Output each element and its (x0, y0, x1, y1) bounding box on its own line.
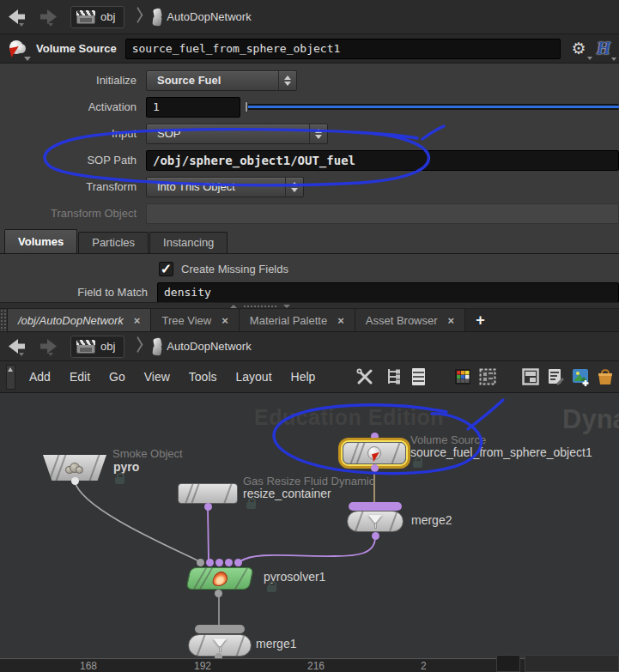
forward-arrow-icon[interactable] (36, 7, 58, 27)
create-missing-fields-row: ✓ Create Missing Fields (0, 257, 619, 281)
splitter-collapse-down-icon[interactable] (283, 305, 290, 308)
create-missing-fields-checkbox[interactable]: ✓ (159, 262, 173, 276)
node-pyrosolver1[interactable] (185, 567, 254, 590)
breadcrumb-bar-params: obj AutoDopNetwork (0, 0, 619, 34)
obj-clapperboard-icon (76, 340, 95, 354)
pane-grip-icon[interactable] (0, 309, 8, 331)
pane-stow-handle[interactable] (6, 365, 15, 390)
slider-handle[interactable] (245, 101, 248, 112)
pane-tab-tree-view[interactable]: Tree View × (151, 309, 239, 331)
input-port[interactable] (225, 559, 233, 566)
output-port[interactable] (71, 477, 79, 485)
splitter-grip-icon[interactable] (243, 305, 277, 308)
menu-go[interactable]: Go (100, 370, 135, 384)
pyrosolver-flame-icon (211, 571, 228, 587)
tab-particles[interactable]: Particles (78, 232, 149, 253)
menu-tools[interactable]: Tools (179, 370, 227, 384)
breadcrumb-obj[interactable]: obj (70, 336, 124, 358)
node-name-label[interactable]: resize_container (243, 487, 331, 500)
close-tab-icon[interactable]: × (134, 314, 141, 327)
playbar-button[interactable] (496, 655, 520, 672)
dropdown-spinner-icon[interactable] (285, 178, 303, 197)
param-row-initialize: Initialize Source Fuel (0, 67, 619, 94)
menu-edit[interactable]: Edit (60, 370, 100, 384)
grid-options-icon[interactable] (478, 366, 497, 387)
tab-instancing[interactable]: Instancing (149, 232, 228, 253)
initialize-dropdown[interactable]: Source Fuel (146, 70, 297, 91)
dopnetwork-icon (152, 9, 163, 26)
image-add-icon[interactable] (571, 366, 590, 387)
volume-source-node-icon[interactable] (7, 38, 29, 60)
output-port[interactable] (204, 503, 212, 511)
transform-label: Transform (0, 180, 146, 193)
close-tab-icon[interactable]: × (222, 314, 228, 327)
gear-icon[interactable]: ⚙ (567, 39, 590, 58)
ruler-tick: 2 (421, 660, 427, 672)
input-port[interactable] (371, 433, 379, 440)
dynamics-watermark: Dyna (562, 404, 619, 435)
dropdown-spinner-icon[interactable] (278, 71, 296, 90)
close-tab-icon[interactable]: × (337, 314, 344, 327)
output-port[interactable] (215, 590, 222, 597)
back-arrow-icon[interactable] (7, 336, 29, 357)
dropdown-spinner-icon[interactable] (309, 124, 327, 143)
input-port[interactable] (197, 559, 204, 566)
volume-source-icon (367, 446, 382, 461)
input-port[interactable] (215, 559, 223, 566)
activation-field[interactable]: 1 (146, 97, 240, 118)
input-port[interactable] (234, 559, 242, 566)
pane-tab-asset-browser[interactable]: Asset Browser × (355, 309, 465, 331)
create-missing-fields-label: Create Missing Fields (181, 263, 288, 275)
node-volume-source[interactable] (343, 442, 406, 464)
volumes-tab-content: ✓ Create Missing Fields Field to Match d… (0, 253, 619, 302)
tab-volumes[interactable]: Volumes (4, 229, 77, 253)
param-row-activation: Activation 1 (0, 94, 619, 120)
output-port[interactable] (372, 532, 379, 540)
splitter-collapse-up-icon[interactable] (230, 305, 237, 308)
activation-slider[interactable] (245, 97, 619, 118)
forward-arrow-icon[interactable] (36, 336, 58, 357)
list-view-icon[interactable] (410, 366, 428, 387)
pane-splitter[interactable] (0, 302, 619, 309)
node-name-field[interactable]: source_fuel_from_sphere_object1 (125, 39, 561, 59)
edit-document-icon[interactable] (546, 366, 565, 387)
field-to-match-field[interactable]: density (157, 282, 619, 303)
sop-path-field[interactable]: /obj/sphere_object1/OUT_fuel (146, 150, 619, 171)
node-merge2[interactable] (347, 511, 404, 532)
node-name-label[interactable]: pyro (113, 460, 139, 474)
tools-wrench-icon[interactable] (355, 366, 374, 387)
new-tab-button[interactable]: + (465, 309, 495, 331)
param-row-transform: Transform Into This Object (0, 173, 619, 200)
basket-icon[interactable] (596, 366, 615, 387)
pane-tab-network[interactable]: /obj/AutoDopNetwork × (8, 309, 151, 331)
houdini-help-icon[interactable]: H (593, 38, 614, 59)
houdini-window: obj AutoDopNetwork Volume Source source_… (0, 0, 619, 672)
node-name-label[interactable]: source_fuel_from_sphere_object1 (410, 445, 592, 459)
merge1-input-bar[interactable] (195, 625, 245, 633)
node-resize-container[interactable] (178, 483, 238, 504)
merge2-input-bar[interactable] (349, 502, 402, 511)
playbar-frame-field[interactable] (525, 655, 619, 672)
network-editor[interactable]: Education Edition Dyna Smoke Object pyro… (0, 393, 619, 658)
breadcrumb-obj[interactable]: obj (70, 6, 124, 28)
node-name-label[interactable]: merge2 (411, 513, 452, 527)
input-dropdown[interactable]: SOP (146, 124, 328, 144)
menu-layout[interactable]: Layout (227, 370, 282, 384)
param-tab-bar: Volumes Particles Instancing (0, 229, 619, 253)
back-arrow-icon[interactable] (7, 7, 29, 27)
breadcrumb-network-label[interactable]: AutoDopNetwork (167, 10, 251, 23)
close-tab-icon[interactable]: × (448, 314, 455, 327)
breadcrumb-bar-network: obj AutoDopNetwork (0, 332, 619, 361)
menu-help[interactable]: Help (282, 370, 325, 384)
input-port[interactable] (206, 559, 214, 566)
menu-add[interactable]: Add (20, 370, 60, 384)
breadcrumb-network-label[interactable]: AutoDopNetwork (167, 340, 251, 353)
transform-dropdown[interactable]: Into This Object (146, 177, 304, 197)
menu-view[interactable]: View (135, 370, 179, 384)
split-pane-icon[interactable] (521, 366, 540, 387)
output-port[interactable] (371, 464, 379, 472)
node-name-label[interactable]: merge1 (256, 637, 296, 651)
tree-view-icon[interactable] (385, 366, 404, 387)
pane-tab-material-palette[interactable]: Material Palette × (240, 309, 355, 331)
color-palette-icon[interactable] (453, 366, 472, 387)
